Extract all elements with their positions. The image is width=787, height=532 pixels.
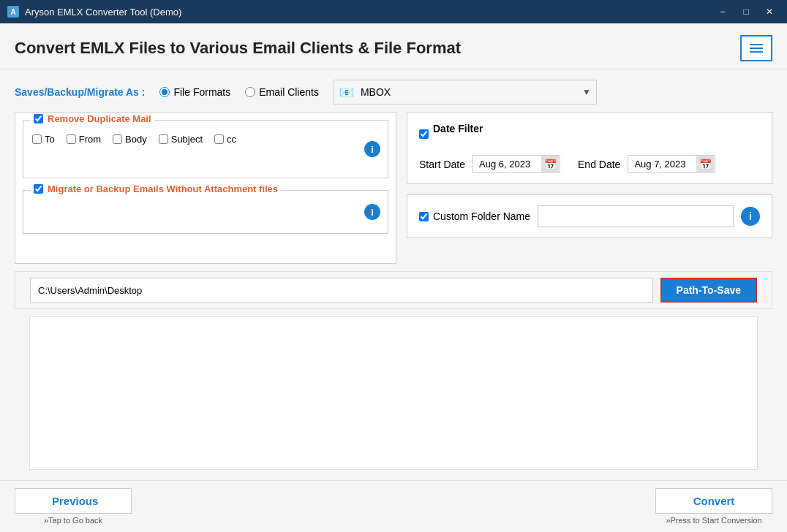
page-title: Convert EMLX Files to Various Email Clie… — [15, 39, 461, 58]
menu-line-1 — [750, 44, 763, 45]
migrate-options-row: Saves/Backup/Migrate As : File Formats E… — [15, 80, 772, 104]
subject-checkbox[interactable] — [159, 134, 168, 144]
email-clients-radio[interactable]: Email Clients — [245, 86, 319, 98]
bottom-area — [29, 316, 758, 470]
start-date-label: Start Date — [419, 159, 465, 170]
migrate-section-checkbox[interactable] — [34, 184, 43, 194]
date-filter-section: Date Filter Start Date 📅 End Date 📅 — [407, 112, 772, 184]
footer-left: Previous »Tap to Go back — [15, 488, 132, 525]
to-checkbox[interactable] — [32, 134, 42, 144]
custom-folder-checkbox[interactable] — [419, 212, 429, 221]
to-checkbox-item[interactable]: To — [32, 134, 55, 145]
migrate-section-header: Migrate or Backup Emails Without Attachm… — [31, 183, 281, 194]
cc-checkbox-item[interactable]: cc — [214, 134, 236, 145]
path-input[interactable] — [30, 278, 653, 303]
convert-hint: »Press to Start Conversion — [666, 516, 761, 525]
end-date-calendar-icon[interactable]: 📅 — [696, 156, 714, 173]
app-header: Convert EMLX Files to Various Email Clie… — [0, 23, 787, 69]
main-window: Convert EMLX Files to Various Email Clie… — [0, 23, 787, 532]
minimize-button[interactable]: − — [712, 4, 733, 19]
convert-button[interactable]: Convert — [655, 488, 772, 514]
migrate-label: Saves/Backup/Migrate As : — [15, 86, 145, 98]
duplicate-mail-label[interactable]: Remove Duplicate Mail — [48, 113, 151, 124]
duplicate-info-button[interactable]: i — [364, 141, 380, 157]
left-panel: Remove Duplicate Mail To From — [15, 112, 396, 264]
duplicate-fields-row: To From Body Subject — [32, 134, 379, 145]
body-checkbox-item[interactable]: Body — [113, 134, 147, 145]
menu-button[interactable] — [740, 35, 772, 61]
migrate-section-label[interactable]: Migrate or Backup Emails Without Attachm… — [48, 183, 278, 194]
start-date-input-wrap: 📅 — [472, 155, 560, 173]
date-filter-label[interactable]: Date Filter — [433, 123, 483, 134]
from-checkbox[interactable] — [67, 134, 76, 144]
right-panel: Date Filter Start Date 📅 End Date 📅 — [407, 112, 772, 264]
title-bar-left: A Aryson EMLX Converter Tool (Demo) — [7, 6, 181, 18]
title-bar: A Aryson EMLX Converter Tool (Demo) − □ … — [0, 0, 787, 23]
footer-right: Convert »Press to Start Conversion — [655, 488, 772, 525]
cc-checkbox[interactable] — [214, 134, 224, 144]
subject-checkbox-item[interactable]: Subject — [159, 134, 203, 145]
custom-folder-label: Custom Folder Name — [433, 210, 530, 222]
duplicate-mail-section: Remove Duplicate Mail To From — [23, 120, 388, 178]
end-date-label: End Date — [578, 159, 620, 170]
migrate-info-button[interactable]: i — [364, 204, 380, 220]
custom-folder-section: Custom Folder Name i — [407, 194, 772, 238]
duplicate-mail-checkbox[interactable] — [34, 114, 43, 123]
custom-folder-input[interactable] — [538, 205, 734, 227]
close-button[interactable]: ✕ — [759, 4, 780, 19]
body-checkbox[interactable] — [113, 134, 122, 144]
path-row: Path-To-Save — [15, 271, 772, 309]
app-icon: A — [7, 6, 19, 18]
date-row: Start Date 📅 End Date 📅 — [419, 155, 760, 173]
date-filter-checkbox[interactable] — [419, 129, 429, 139]
content-area: Saves/Backup/Migrate As : File Formats E… — [0, 69, 787, 480]
chevron-down-icon: ▼ — [582, 87, 591, 97]
duplicate-mail-header: Remove Duplicate Mail — [31, 113, 154, 124]
path-to-save-button[interactable]: Path-To-Save — [660, 278, 757, 303]
footer: Previous »Tap to Go back Convert »Press … — [0, 480, 787, 532]
title-bar-text: Aryson EMLX Converter Tool (Demo) — [25, 7, 181, 18]
file-formats-radio-input[interactable] — [159, 87, 170, 97]
format-dropdown[interactable]: MBOX — [334, 80, 597, 104]
start-date-calendar-icon[interactable]: 📅 — [541, 156, 559, 173]
menu-line-2 — [750, 48, 763, 49]
custom-folder-label-wrap: Custom Folder Name — [419, 210, 530, 222]
format-dropdown-wrapper: 📧 MBOX ▼ — [334, 80, 597, 104]
date-filter-header: Date Filter — [419, 123, 760, 145]
end-date-input-wrap: 📅 — [628, 155, 715, 173]
file-formats-radio[interactable]: File Formats — [159, 86, 230, 98]
from-checkbox-item[interactable]: From — [67, 134, 101, 145]
maximize-button[interactable]: □ — [736, 4, 756, 19]
custom-folder-info-button[interactable]: i — [741, 207, 760, 226]
menu-line-3 — [750, 51, 763, 53]
mbox-icon: 📧 — [339, 86, 354, 99]
title-bar-controls: − □ ✕ — [712, 4, 780, 19]
email-clients-radio-input[interactable] — [245, 87, 255, 97]
panels-row: Remove Duplicate Mail To From — [15, 112, 772, 264]
migrate-section-box: Migrate or Backup Emails Without Attachm… — [23, 190, 388, 234]
previous-hint: »Tap to Go back — [44, 516, 102, 525]
previous-button[interactable]: Previous — [15, 488, 132, 514]
